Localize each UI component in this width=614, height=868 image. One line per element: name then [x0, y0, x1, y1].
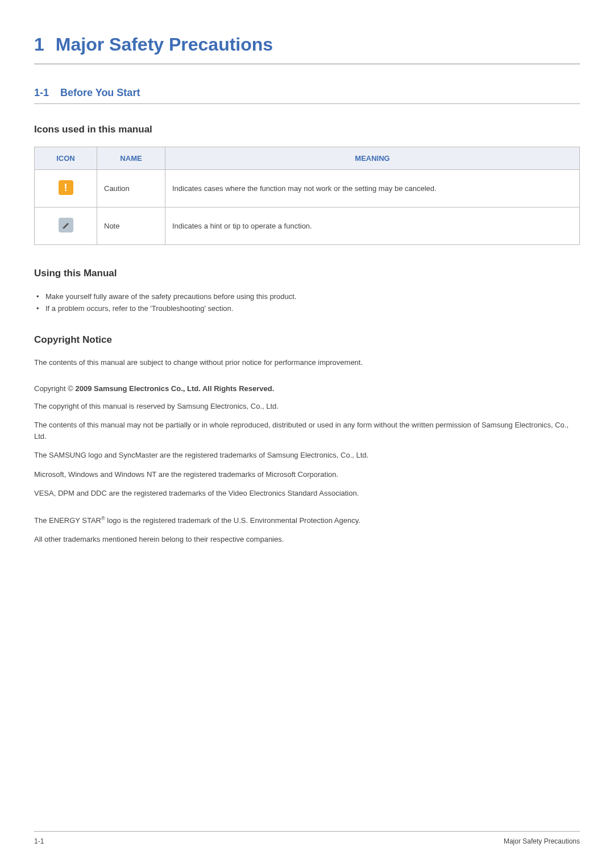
list-item: Make yourself fully aware of the safety …	[34, 290, 580, 302]
name-cell: Note	[97, 207, 165, 245]
copyright-prefix: Copyright ©	[34, 384, 75, 393]
name-cell: Caution	[97, 170, 165, 207]
caution-icon	[59, 180, 73, 195]
energy-post: logo is the registered trademark of the …	[105, 516, 360, 525]
icons-section: Icons used in this manual ICON NAME MEAN…	[34, 124, 580, 245]
copyright-p3: The SAMSUNG logo and SyncMaster are the …	[34, 450, 580, 461]
copyright-intro: The contents of this manual are subject …	[34, 357, 580, 368]
registered-symbol: ®	[101, 516, 105, 521]
section-number: 1-1	[34, 87, 49, 99]
chapter-title: 1Major Safety Precautions	[34, 34, 580, 64]
icon-cell	[35, 207, 97, 245]
list-item: If a problem occurs, refer to the 'Troub…	[34, 302, 580, 314]
energy-star-line: The ENERGY STAR® logo is the registered …	[34, 515, 580, 526]
note-icon	[59, 218, 73, 232]
icons-heading: Icons used in this manual	[34, 124, 580, 135]
table-row: Note Indicates a hint or tip to operate …	[35, 207, 580, 245]
using-manual-list: Make yourself fully aware of the safety …	[34, 290, 580, 314]
chapter-number: 1	[34, 34, 44, 55]
page-footer: 1-1 Major Safety Precautions	[34, 831, 580, 845]
section-title-text: Before You Start	[60, 87, 140, 98]
copyright-p6: All other trademarks mentioned herein be…	[34, 534, 580, 545]
using-manual-heading: Using this Manual	[34, 268, 580, 279]
copyright-p4: Microsoft, Windows and Windows NT are th…	[34, 469, 580, 480]
copyright-line: Copyright © 2009 Samsung Electronics Co.…	[34, 384, 580, 393]
icon-table: ICON NAME MEANING Caution Indicates case…	[34, 147, 580, 245]
copyright-p1: The copyright of this manual is reserved…	[34, 401, 580, 412]
th-meaning: MEANING	[165, 147, 580, 170]
chapter-title-text: Major Safety Precautions	[56, 34, 273, 55]
th-name: NAME	[97, 147, 165, 170]
copyright-bold: 2009 Samsung Electronics Co., Ltd. All R…	[75, 384, 274, 393]
footer-right: Major Safety Precautions	[504, 837, 580, 845]
energy-pre: The ENERGY STAR	[34, 516, 101, 525]
section-title: 1-1Before You Start	[34, 87, 580, 104]
footer-left: 1-1	[34, 837, 44, 845]
copyright-p5: VESA, DPM and DDC are the registered tra…	[34, 488, 580, 499]
meaning-cell: Indicates cases where the function may n…	[165, 170, 580, 207]
copyright-heading: Copyright Notice	[34, 334, 580, 346]
copyright-p2: The contents of this manual may not be p…	[34, 420, 580, 442]
table-row: Caution Indicates cases where the functi…	[35, 170, 580, 207]
using-manual-section: Using this Manual Make yourself fully aw…	[34, 268, 580, 314]
copyright-section: Copyright Notice The contents of this ma…	[34, 334, 580, 545]
icon-cell	[35, 170, 97, 207]
th-icon: ICON	[35, 147, 97, 170]
meaning-cell: Indicates a hint or tip to operate a fun…	[165, 207, 580, 245]
